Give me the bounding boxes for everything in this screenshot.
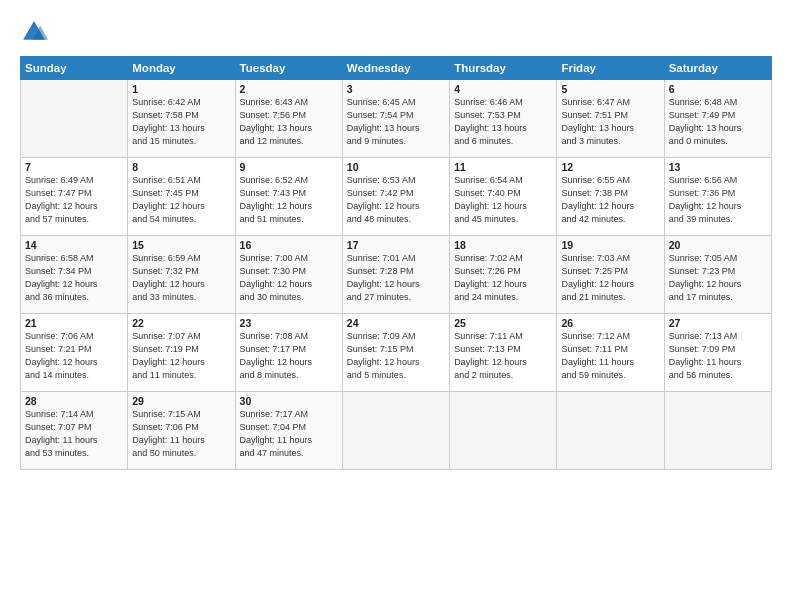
day-info: Sunrise: 6:51 AM Sunset: 7:45 PM Dayligh… (132, 174, 230, 226)
logo-icon (20, 18, 48, 46)
day-info: Sunrise: 7:09 AM Sunset: 7:15 PM Dayligh… (347, 330, 445, 382)
week-row-2: 7Sunrise: 6:49 AM Sunset: 7:47 PM Daylig… (21, 158, 772, 236)
day-info: Sunrise: 6:52 AM Sunset: 7:43 PM Dayligh… (240, 174, 338, 226)
calendar-cell (664, 392, 771, 470)
day-number: 21 (25, 317, 123, 329)
day-info: Sunrise: 7:01 AM Sunset: 7:28 PM Dayligh… (347, 252, 445, 304)
day-number: 24 (347, 317, 445, 329)
day-info: Sunrise: 7:13 AM Sunset: 7:09 PM Dayligh… (669, 330, 767, 382)
day-info: Sunrise: 6:42 AM Sunset: 7:58 PM Dayligh… (132, 96, 230, 148)
calendar-cell: 14Sunrise: 6:58 AM Sunset: 7:34 PM Dayli… (21, 236, 128, 314)
calendar-cell: 28Sunrise: 7:14 AM Sunset: 7:07 PM Dayli… (21, 392, 128, 470)
day-number: 12 (561, 161, 659, 173)
weekday-header-tuesday: Tuesday (235, 57, 342, 80)
day-info: Sunrise: 7:07 AM Sunset: 7:19 PM Dayligh… (132, 330, 230, 382)
day-info: Sunrise: 7:00 AM Sunset: 7:30 PM Dayligh… (240, 252, 338, 304)
calendar-cell: 1Sunrise: 6:42 AM Sunset: 7:58 PM Daylig… (128, 80, 235, 158)
day-number: 29 (132, 395, 230, 407)
calendar-cell: 18Sunrise: 7:02 AM Sunset: 7:26 PM Dayli… (450, 236, 557, 314)
day-info: Sunrise: 7:05 AM Sunset: 7:23 PM Dayligh… (669, 252, 767, 304)
calendar-cell: 16Sunrise: 7:00 AM Sunset: 7:30 PM Dayli… (235, 236, 342, 314)
day-info: Sunrise: 7:14 AM Sunset: 7:07 PM Dayligh… (25, 408, 123, 460)
logo (20, 18, 52, 46)
header (20, 18, 772, 46)
day-number: 9 (240, 161, 338, 173)
calendar-cell: 17Sunrise: 7:01 AM Sunset: 7:28 PM Dayli… (342, 236, 449, 314)
day-number: 13 (669, 161, 767, 173)
weekday-header-row: SundayMondayTuesdayWednesdayThursdayFrid… (21, 57, 772, 80)
calendar-cell (450, 392, 557, 470)
day-number: 30 (240, 395, 338, 407)
day-number: 6 (669, 83, 767, 95)
day-info: Sunrise: 7:08 AM Sunset: 7:17 PM Dayligh… (240, 330, 338, 382)
week-row-3: 14Sunrise: 6:58 AM Sunset: 7:34 PM Dayli… (21, 236, 772, 314)
day-number: 23 (240, 317, 338, 329)
day-number: 15 (132, 239, 230, 251)
day-info: Sunrise: 7:02 AM Sunset: 7:26 PM Dayligh… (454, 252, 552, 304)
day-info: Sunrise: 6:49 AM Sunset: 7:47 PM Dayligh… (25, 174, 123, 226)
calendar-cell: 29Sunrise: 7:15 AM Sunset: 7:06 PM Dayli… (128, 392, 235, 470)
calendar-cell: 12Sunrise: 6:55 AM Sunset: 7:38 PM Dayli… (557, 158, 664, 236)
weekday-header-friday: Friday (557, 57, 664, 80)
day-info: Sunrise: 7:03 AM Sunset: 7:25 PM Dayligh… (561, 252, 659, 304)
day-number: 11 (454, 161, 552, 173)
calendar-cell: 6Sunrise: 6:48 AM Sunset: 7:49 PM Daylig… (664, 80, 771, 158)
day-number: 28 (25, 395, 123, 407)
day-info: Sunrise: 6:45 AM Sunset: 7:54 PM Dayligh… (347, 96, 445, 148)
calendar-cell: 24Sunrise: 7:09 AM Sunset: 7:15 PM Dayli… (342, 314, 449, 392)
calendar-cell: 11Sunrise: 6:54 AM Sunset: 7:40 PM Dayli… (450, 158, 557, 236)
calendar-cell: 15Sunrise: 6:59 AM Sunset: 7:32 PM Dayli… (128, 236, 235, 314)
calendar-cell: 20Sunrise: 7:05 AM Sunset: 7:23 PM Dayli… (664, 236, 771, 314)
day-info: Sunrise: 7:15 AM Sunset: 7:06 PM Dayligh… (132, 408, 230, 460)
calendar-cell: 13Sunrise: 6:56 AM Sunset: 7:36 PM Dayli… (664, 158, 771, 236)
calendar-cell: 9Sunrise: 6:52 AM Sunset: 7:43 PM Daylig… (235, 158, 342, 236)
calendar-cell: 5Sunrise: 6:47 AM Sunset: 7:51 PM Daylig… (557, 80, 664, 158)
day-info: Sunrise: 7:17 AM Sunset: 7:04 PM Dayligh… (240, 408, 338, 460)
calendar-table: SundayMondayTuesdayWednesdayThursdayFrid… (20, 56, 772, 470)
day-info: Sunrise: 6:55 AM Sunset: 7:38 PM Dayligh… (561, 174, 659, 226)
day-info: Sunrise: 6:59 AM Sunset: 7:32 PM Dayligh… (132, 252, 230, 304)
day-number: 17 (347, 239, 445, 251)
calendar-cell: 21Sunrise: 7:06 AM Sunset: 7:21 PM Dayli… (21, 314, 128, 392)
calendar-cell: 23Sunrise: 7:08 AM Sunset: 7:17 PM Dayli… (235, 314, 342, 392)
day-info: Sunrise: 6:56 AM Sunset: 7:36 PM Dayligh… (669, 174, 767, 226)
week-row-1: 1Sunrise: 6:42 AM Sunset: 7:58 PM Daylig… (21, 80, 772, 158)
day-info: Sunrise: 6:53 AM Sunset: 7:42 PM Dayligh… (347, 174, 445, 226)
calendar-cell: 4Sunrise: 6:46 AM Sunset: 7:53 PM Daylig… (450, 80, 557, 158)
calendar-cell: 7Sunrise: 6:49 AM Sunset: 7:47 PM Daylig… (21, 158, 128, 236)
day-info: Sunrise: 6:43 AM Sunset: 7:56 PM Dayligh… (240, 96, 338, 148)
day-number: 16 (240, 239, 338, 251)
day-info: Sunrise: 6:47 AM Sunset: 7:51 PM Dayligh… (561, 96, 659, 148)
day-info: Sunrise: 6:46 AM Sunset: 7:53 PM Dayligh… (454, 96, 552, 148)
calendar-cell (21, 80, 128, 158)
day-number: 18 (454, 239, 552, 251)
calendar-cell (557, 392, 664, 470)
day-info: Sunrise: 6:48 AM Sunset: 7:49 PM Dayligh… (669, 96, 767, 148)
day-number: 8 (132, 161, 230, 173)
week-row-4: 21Sunrise: 7:06 AM Sunset: 7:21 PM Dayli… (21, 314, 772, 392)
day-number: 10 (347, 161, 445, 173)
calendar-cell: 2Sunrise: 6:43 AM Sunset: 7:56 PM Daylig… (235, 80, 342, 158)
calendar-cell: 27Sunrise: 7:13 AM Sunset: 7:09 PM Dayli… (664, 314, 771, 392)
day-info: Sunrise: 6:58 AM Sunset: 7:34 PM Dayligh… (25, 252, 123, 304)
day-number: 5 (561, 83, 659, 95)
calendar-cell: 19Sunrise: 7:03 AM Sunset: 7:25 PM Dayli… (557, 236, 664, 314)
weekday-header-thursday: Thursday (450, 57, 557, 80)
calendar-cell (342, 392, 449, 470)
day-number: 19 (561, 239, 659, 251)
calendar-cell: 22Sunrise: 7:07 AM Sunset: 7:19 PM Dayli… (128, 314, 235, 392)
day-number: 7 (25, 161, 123, 173)
day-number: 3 (347, 83, 445, 95)
day-number: 20 (669, 239, 767, 251)
day-info: Sunrise: 7:06 AM Sunset: 7:21 PM Dayligh… (25, 330, 123, 382)
weekday-header-monday: Monday (128, 57, 235, 80)
weekday-header-saturday: Saturday (664, 57, 771, 80)
calendar-cell: 10Sunrise: 6:53 AM Sunset: 7:42 PM Dayli… (342, 158, 449, 236)
day-number: 4 (454, 83, 552, 95)
weekday-header-sunday: Sunday (21, 57, 128, 80)
calendar-cell: 3Sunrise: 6:45 AM Sunset: 7:54 PM Daylig… (342, 80, 449, 158)
calendar-cell: 25Sunrise: 7:11 AM Sunset: 7:13 PM Dayli… (450, 314, 557, 392)
day-number: 25 (454, 317, 552, 329)
day-number: 14 (25, 239, 123, 251)
day-info: Sunrise: 6:54 AM Sunset: 7:40 PM Dayligh… (454, 174, 552, 226)
